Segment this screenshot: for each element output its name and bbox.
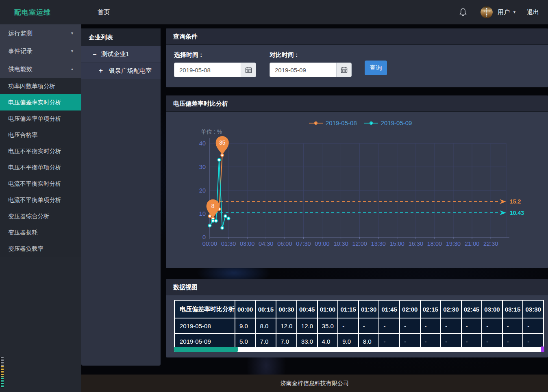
data-view-title: 数据视图 (166, 279, 548, 295)
app-brand: 配电室运维 (14, 8, 51, 17)
compare-time-calendar-button[interactable] (336, 63, 352, 77)
compare-time-input[interactable] (270, 63, 336, 77)
chart-area: 00:0001:3003:0004:3006:0007:3009:0010:30… (166, 113, 548, 268)
table-cell: - (523, 318, 544, 334)
sidebar-group-2[interactable]: 供电能效▲ (0, 60, 81, 78)
sidebar-submenu-item-10[interactable]: 变压器负载率 (0, 240, 81, 257)
mini-scrollbar-teal-segment (1, 377, 4, 388)
sidebar-group-label: 供电能效 (8, 65, 33, 73)
svg-text:13:30: 13:30 (371, 240, 386, 247)
legend-item-1[interactable]: 2019-05-09 (364, 119, 412, 126)
sidebar-group-1[interactable]: 事件记录▼ (0, 42, 81, 60)
enterprise-tree-label: 测试企业1 (101, 50, 129, 58)
mini-scrollbar-yellow-segment (1, 366, 4, 377)
sidebar-groups: 运行监测▼事件记录▼供电能效▲ (0, 24, 81, 78)
svg-text:10.43: 10.43 (510, 210, 524, 216)
sidebar-submenu-item-8[interactable]: 变压器综合分析 (0, 208, 81, 224)
mini-scrollbar-gray-segment (1, 357, 4, 366)
table-cell: - (400, 318, 420, 334)
search-button[interactable]: 查询 (365, 61, 387, 75)
table-cell: - (359, 318, 379, 334)
sidebar-group-label: 运行监测 (8, 30, 33, 37)
collapse-icon[interactable]: − (93, 51, 96, 58)
table-cell: - (441, 318, 461, 334)
user-avatar[interactable] (481, 6, 493, 18)
table-row-label: 2019-05-08 (174, 318, 235, 334)
svg-text:19:30: 19:30 (446, 240, 461, 247)
app-window: 配电室运维 首页 (0, 0, 548, 392)
user-menu[interactable]: 用户 ▼ (498, 9, 516, 16)
compare-time-block: 对比时间 : (270, 51, 352, 77)
notification-bell-icon[interactable] (459, 7, 468, 17)
legend-label: 2019-05-08 (326, 119, 357, 126)
chart-legend: 2019-05-082019-05-09 (309, 119, 412, 126)
select-time-input[interactable] (174, 63, 241, 77)
svg-text:20: 20 (199, 187, 206, 194)
data-table: 电压偏差率时比分析00:0000:1500:3000:4501:0001:150… (174, 300, 544, 349)
company-name: 济南金梓信息科技有限公司 (281, 380, 349, 387)
chevron-down-icon: ▼ (513, 10, 516, 14)
logout-button[interactable]: 退出 (527, 9, 539, 16)
svg-text:01:30: 01:30 (221, 240, 236, 247)
sidebar-submenu-item-4[interactable]: 电压不平衡实时分析 (0, 143, 81, 159)
sidebar-group-0[interactable]: 运行监测▼ (0, 24, 81, 42)
table-cell: 9.0 (235, 318, 256, 334)
query-panel-title: 查询条件 (166, 28, 548, 45)
svg-text:03:00: 03:00 (240, 240, 254, 247)
enterprise-tree-label: 银泉广场配电室 (109, 67, 152, 75)
table-cell: - (502, 318, 523, 334)
chart-panel-title: 电压偏差率时比分析 (166, 95, 548, 112)
mini-scrollbar-widget (0, 357, 4, 388)
legend-marker-icon (309, 120, 323, 126)
chart-panel: 电压偏差率时比分析 00:0001:3003:0004:3006:0007:30… (166, 95, 548, 268)
sidebar-submenu-item-2[interactable]: 电压偏差率单项分析 (0, 110, 81, 127)
table-time-header: 02:30 (441, 300, 461, 318)
data-table-viewport: 电压偏差率时比分析00:0000:1500:3000:4501:0001:150… (174, 300, 544, 353)
table-time-header: 03:30 (523, 300, 544, 318)
legend-dot (314, 121, 317, 125)
sidebar-submenu-item-9[interactable]: 变压器损耗 (0, 224, 81, 240)
data-view-panel: 数据视图 电压偏差率时比分析00:0000:1500:3000:4501:000… (166, 279, 548, 357)
table-time-header: 01:15 (338, 300, 359, 318)
svg-text:18:00: 18:00 (427, 240, 442, 247)
scrollbar-corner-handle[interactable] (541, 347, 544, 352)
sidebar-submenu-item-6[interactable]: 电流不平衡实时分析 (0, 175, 81, 192)
enterprise-panel-title: 企业列表 (81, 28, 161, 46)
enterprise-panel: 企业列表 −测试企业1＋银泉广场配电室 (81, 28, 161, 366)
legend-item-0[interactable]: 2019-05-08 (309, 119, 357, 126)
compare-time-label: 对比时间 : (270, 51, 352, 59)
legend-marker-icon (364, 120, 378, 126)
legend-dot (370, 121, 373, 125)
nav-right-cluster: 用户 ▼ 退出 (459, 0, 539, 24)
svg-text:04:30: 04:30 (259, 240, 273, 247)
expand-icon[interactable]: ＋ (98, 67, 104, 75)
svg-text:40: 40 (199, 140, 206, 147)
svg-text:22:30: 22:30 (483, 240, 498, 247)
sidebar-submenu-item-0[interactable]: 功率因数单项分析 (0, 78, 81, 94)
table-time-header: 02:45 (461, 300, 482, 318)
chevron-down-icon: ▼ (70, 31, 74, 35)
horizontal-scrollbar-thumb[interactable] (174, 347, 238, 352)
svg-text:09:00: 09:00 (315, 240, 329, 247)
query-panel: 查询条件 选择时间 : 对比时间 : (166, 28, 548, 87)
svg-text:07:30: 07:30 (296, 240, 311, 247)
calendar-icon (341, 67, 348, 74)
select-time-calendar-button[interactable] (241, 63, 256, 77)
table-cell: - (461, 318, 482, 334)
enterprise-tree-item-0[interactable]: −测试企业1 (81, 46, 161, 63)
table-cell: 12.0 (276, 318, 297, 334)
sidebar-submenu-item-7[interactable]: 电流不平衡单项分析 (0, 192, 81, 208)
table-corner-header: 电压偏差率时比分析 (174, 300, 235, 318)
svg-text:30: 30 (199, 164, 206, 170)
enterprise-tree-item-1[interactable]: ＋银泉广场配电室 (81, 63, 161, 79)
table-time-header: 03:15 (502, 300, 523, 318)
top-nav: 配电室运维 首页 (0, 0, 548, 24)
nav-home-link[interactable]: 首页 (98, 9, 110, 16)
table-time-header: 00:30 (276, 300, 297, 318)
chevron-down-icon: ▼ (70, 49, 74, 53)
table-time-header: 03:00 (482, 300, 502, 318)
sidebar-submenu-item-5[interactable]: 电压不平衡单项分析 (0, 159, 81, 175)
avatar-image (481, 6, 493, 18)
sidebar-submenu-item-active[interactable]: 电压偏差率实时分析 (0, 94, 81, 110)
sidebar-submenu-item-3[interactable]: 电压合格率 (0, 127, 81, 143)
